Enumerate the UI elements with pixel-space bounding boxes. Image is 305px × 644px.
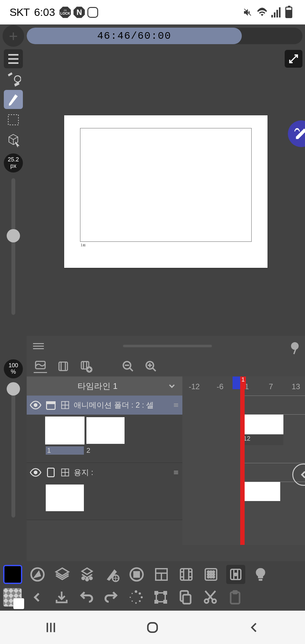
panel-menu-icon[interactable] (33, 343, 44, 349)
clock: 6:03 (34, 6, 55, 18)
clip[interactable] (242, 482, 280, 501)
panel-drag-handle[interactable] (123, 345, 212, 347)
playhead-marker[interactable] (233, 376, 240, 389)
lock-icon: OILOCK (59, 7, 71, 18)
opacity-slider[interactable] (11, 384, 15, 518)
opacity-display[interactable]: 100 % (4, 359, 23, 378)
animation-cels-icon[interactable] (226, 565, 245, 584)
grid-apps-icon[interactable] (201, 565, 220, 584)
visibility-icon[interactable] (30, 467, 41, 478)
layer-settings-icon[interactable] (78, 565, 97, 584)
quick-access-button[interactable] (288, 120, 305, 147)
svg-point-69 (139, 600, 141, 602)
brush-size-display[interactable]: 25.2 px (4, 153, 23, 173)
svg-rect-79 (183, 595, 191, 604)
recents-button[interactable] (44, 620, 58, 634)
workspace: 1화 (27, 47, 305, 561)
save-icon[interactable] (52, 588, 71, 607)
timeline-ruler-area[interactable]: -12 -6 1 7 13 1 1 12 (182, 376, 305, 545)
track-header[interactable]: 애니메이션 폴더 : 2 : 셀 (27, 396, 182, 415)
svg-rect-78 (164, 600, 166, 603)
folder-icon (45, 399, 57, 411)
carrier-label: SKT (10, 6, 30, 18)
add-clip-icon[interactable] (79, 360, 93, 373)
cut-icon[interactable] (201, 588, 220, 607)
new-clip-icon[interactable] (57, 360, 70, 373)
track-label: 용지 : (74, 467, 93, 478)
mute-icon (243, 7, 253, 17)
color-swap[interactable] (3, 588, 22, 607)
canvas-viewport[interactable]: 1화 (27, 47, 305, 336)
copy-icon[interactable] (176, 588, 195, 607)
timeline-toolbar (27, 356, 305, 376)
pin-icon[interactable] (291, 342, 299, 350)
undo-icon[interactable] (77, 588, 96, 607)
status-bar: SKT 6:03 OILOCK N (0, 0, 305, 24)
visibility-icon[interactable] (30, 399, 41, 411)
track-menu-icon[interactable] (173, 402, 179, 408)
tool-settings-icon[interactable] (102, 565, 121, 584)
track-lane[interactable] (240, 396, 305, 415)
record-icon[interactable] (127, 565, 146, 584)
svg-point-66 (135, 590, 137, 593)
layer-icon[interactable] (53, 565, 72, 584)
track-header[interactable]: 용지 : (27, 463, 182, 482)
track-animation-folder[interactable]: 애니메이션 폴더 : 2 : 셀 1 2 (27, 396, 182, 463)
svg-point-55 (207, 573, 209, 575)
bulb-icon[interactable] (251, 565, 270, 584)
cell-thumb[interactable] (46, 485, 84, 511)
svg-point-25 (34, 471, 37, 474)
track-list: 타임라인 1 애니메이션 폴더 : 2 : 셀 (27, 376, 182, 545)
brush-size-slider[interactable] (11, 178, 15, 315)
svg-point-73 (132, 593, 133, 594)
track-menu-icon[interactable] (173, 469, 179, 476)
svg-point-52 (207, 571, 209, 573)
fullscreen-button[interactable] (285, 50, 302, 68)
android-nav (0, 611, 305, 644)
svg-rect-75 (155, 592, 158, 594)
svg-rect-40 (134, 572, 139, 577)
nav-back-button[interactable] (247, 620, 261, 634)
timeline-tab-icon[interactable] (34, 360, 47, 373)
pen-eraser-swap-tool[interactable] (4, 70, 23, 89)
playhead[interactable] (240, 376, 245, 545)
svg-point-53 (210, 571, 212, 573)
svg-rect-26 (48, 468, 54, 477)
redo-icon[interactable] (102, 588, 121, 607)
svg-rect-65 (259, 579, 262, 581)
zoom-out-icon[interactable] (121, 360, 135, 373)
film-icon[interactable] (177, 565, 196, 584)
foreground-color[interactable] (3, 565, 22, 584)
add-button[interactable]: + (3, 25, 24, 47)
panel-header[interactable] (27, 336, 305, 356)
panels-icon[interactable] (152, 565, 171, 584)
svg-point-57 (213, 573, 214, 575)
transform-icon[interactable] (151, 588, 170, 607)
selection-tool[interactable] (4, 110, 23, 129)
timer-display: 46:46/60:00 (27, 28, 242, 44)
pen-tool[interactable] (4, 90, 23, 109)
track-paper[interactable]: 용지 : (27, 463, 182, 520)
svg-point-72 (130, 597, 131, 598)
clip[interactable] (242, 415, 283, 434)
paste-icon[interactable] (226, 588, 245, 607)
page-label: 1화 (81, 243, 86, 247)
canvas[interactable]: 1화 (64, 115, 268, 268)
object-tool[interactable] (4, 131, 23, 150)
cell-label[interactable]: 1 (46, 446, 84, 455)
cell-label[interactable]: 2 (86, 446, 90, 455)
back-icon[interactable] (27, 588, 46, 607)
navigator-icon[interactable] (28, 565, 47, 584)
home-button[interactable] (146, 620, 159, 634)
loading-icon[interactable] (126, 588, 146, 607)
timeline-selector[interactable]: 타임라인 1 (27, 376, 182, 396)
timer-strip[interactable]: 46:46/60:00 (27, 28, 302, 44)
cell-thumb[interactable] (46, 417, 84, 444)
cell-thumb[interactable] (86, 417, 125, 444)
menu-button[interactable] (4, 49, 23, 68)
zoom-in-icon[interactable] (144, 360, 158, 373)
safe-frame (80, 128, 252, 242)
signal-icon (271, 7, 281, 17)
svg-point-58 (207, 576, 209, 578)
svg-point-60 (213, 576, 214, 578)
